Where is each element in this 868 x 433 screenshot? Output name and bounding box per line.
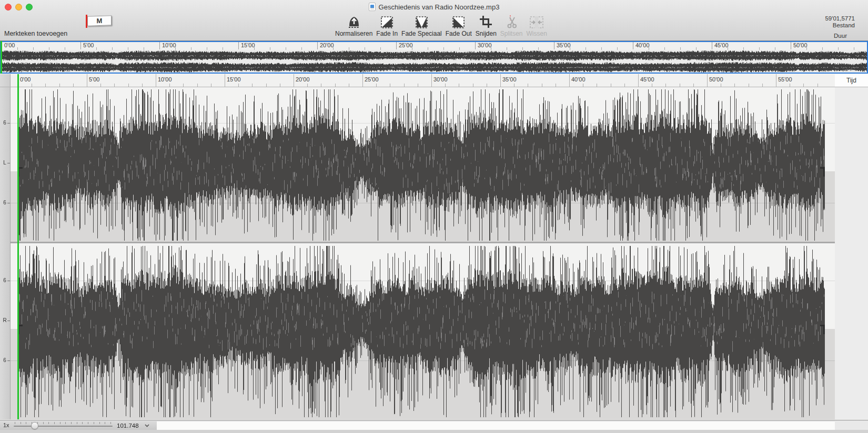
slider-tick [71, 422, 72, 424]
slider-tick [105, 422, 105, 424]
add-marker-label: Merkteken toevoegen [4, 30, 67, 37]
fade-out-button[interactable]: Fade Out [446, 14, 472, 37]
ruler-tick [514, 84, 514, 87]
ruler-tick [390, 84, 390, 87]
slider-tick [60, 422, 60, 424]
scale-tick [7, 123, 10, 123]
ruler-tick [762, 84, 763, 87]
window-title: Geschiedenis van Radio Noordzee.mp3 [379, 3, 500, 11]
ruler-tick [73, 84, 74, 87]
main-ruler-row: 0'005'0010'0015'0020'0025'0030'0035'0040… [0, 74, 868, 87]
ruler-tick [266, 84, 267, 87]
ruler-tick [459, 84, 459, 87]
fade-in-button[interactable]: Fade In [376, 14, 398, 37]
slider-tick [99, 422, 100, 424]
normalize-button[interactable]: Normaliseren [335, 14, 372, 37]
ruler-tick [583, 84, 583, 87]
ruler-tick [114, 84, 115, 87]
ruler-tick [238, 84, 239, 87]
slider-tick [32, 422, 32, 424]
window-chrome: Geschiedenis van Radio Noordzee.mp3 M Me… [0, 0, 868, 41]
ruler-label: 10'00 [158, 76, 172, 83]
ruler-tick [349, 84, 349, 87]
waveform-editor: 6L66R6 [0, 87, 868, 419]
zoom-slider-track[interactable] [14, 426, 113, 427]
app-window: Geschiedenis van Radio Noordzee.mp3 M Me… [0, 0, 868, 433]
ruler-label: 45'00 [640, 76, 654, 83]
zoom-slider[interactable] [13, 420, 114, 430]
scale-gutter: 6L66R6 [0, 87, 11, 419]
scissors-icon [505, 14, 518, 28]
overview-visible-region-box[interactable] [0, 41, 868, 74]
overview-strip[interactable]: 0'005'0010'0015'0020'0025'0030'0035'0040… [0, 41, 868, 74]
ruler-tick [638, 74, 639, 87]
collapse-arrows-icon [530, 14, 543, 28]
ruler-tick [707, 74, 708, 87]
ruler-tick [624, 84, 625, 87]
ruler-tick [528, 84, 528, 87]
ruler-tick [45, 84, 46, 87]
chevron-down-icon [145, 424, 149, 427]
slider-tick [88, 422, 88, 424]
slider-tick [54, 422, 55, 424]
ruler-label: 0'00 [20, 76, 31, 83]
ruler-tick [749, 84, 749, 87]
ruler-tick [597, 84, 597, 87]
ruler-tick [817, 84, 818, 87]
split-button[interactable]: Splitsen [500, 14, 523, 37]
slider-tick [43, 422, 44, 424]
ruler-label: 30'00 [433, 76, 448, 83]
ruler-tick [335, 84, 336, 87]
ruler-tick [445, 84, 446, 87]
scale-tick [7, 281, 10, 281]
file-duration-block: 59'01,5771 Bestand Duur [825, 15, 855, 39]
slider-tick [21, 422, 21, 424]
ruler-label: 15'00 [227, 76, 241, 83]
duration-label: Duur [825, 33, 855, 39]
fade-in-icon [381, 14, 393, 28]
ruler-tick [294, 74, 294, 87]
slider-tick [48, 422, 49, 424]
titlebar: Geschiedenis van Radio Noordzee.mp3 [0, 0, 868, 14]
ruler-label: 25'00 [365, 76, 379, 83]
ruler-tick [307, 84, 308, 87]
ruler-tick [776, 74, 776, 87]
ruler-label: 40'00 [571, 76, 586, 83]
ruler-label: 35'00 [502, 76, 517, 83]
slider-tick [94, 422, 94, 424]
ruler-tick [128, 84, 129, 87]
ruler-tick [376, 84, 377, 87]
ruler-tick [404, 84, 405, 87]
horizontal-scrollbar[interactable] [157, 421, 835, 430]
ruler-tick [100, 84, 101, 87]
ruler-tick [32, 84, 32, 87]
ruler-tick [183, 84, 184, 87]
main-waveform-canvas[interactable] [11, 87, 835, 419]
ruler-tick [665, 84, 666, 87]
ruler-tick [542, 84, 542, 87]
time-unit-button[interactable]: Tijd [835, 74, 868, 87]
bottom-bar: 1x 101.748 [0, 420, 868, 430]
ruler-tick [362, 74, 363, 87]
ruler-label: 5'00 [89, 76, 99, 83]
toolbar-buttons: Normaliseren Fade In [335, 14, 547, 37]
slider-tick [65, 422, 66, 424]
overview-playhead[interactable] [1, 41, 2, 74]
crop-button[interactable]: Snijden [476, 14, 497, 37]
slider-tick [110, 422, 111, 424]
ruler-tick [611, 84, 611, 87]
ruler-tick [169, 84, 170, 87]
normalize-icon [348, 14, 360, 28]
ruler-tick [803, 84, 804, 87]
ruler-tick [431, 74, 432, 87]
zoom-value-dropdown[interactable]: 101.748 [117, 421, 155, 429]
bottom-bar-corner [835, 421, 868, 430]
playhead-cursor[interactable] [17, 74, 19, 419]
ruler-tick [280, 84, 280, 87]
ruler-tick [693, 84, 694, 87]
fade-special-button[interactable]: Fade Speciaal [401, 14, 442, 37]
ruler-tick [734, 84, 735, 87]
marker-flag-icon: M [86, 15, 113, 28]
time-ruler[interactable]: 0'005'0010'0015'0020'0025'0030'0035'0040… [11, 74, 835, 87]
clear-button[interactable]: Wissen [527, 14, 547, 37]
